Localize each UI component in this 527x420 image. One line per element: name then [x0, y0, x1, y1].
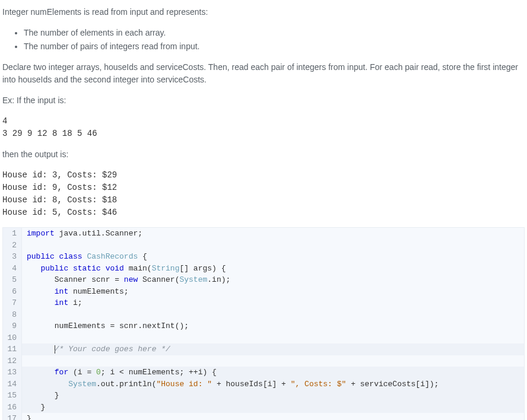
line-number: 6 [3, 286, 22, 298]
line-number: 5 [3, 274, 22, 286]
line-number: 13 [3, 367, 22, 378]
problem-description: Integer numElements is read from input a… [2, 6, 525, 219]
instructions-text: Declare two integer arrays, houseIds and… [2, 61, 525, 86]
line-code [22, 332, 27, 344]
code-line-active: 11 /* Your code goes here */ [3, 343, 524, 355]
line-code: System.out.println("House id: " + houseI… [22, 378, 439, 390]
line-number: 11 [3, 343, 22, 355]
code-line: 12 [3, 355, 524, 367]
code-line: 9 numElements = scnr.nextInt(); [3, 320, 524, 332]
line-code: for (i = 0; i < numElements; ++i) { [22, 367, 217, 378]
line-number: 12 [3, 355, 22, 367]
code-line: 15 } [3, 390, 524, 402]
line-number: 8 [3, 309, 22, 321]
code-line: 16 } [3, 402, 524, 413]
line-number: 17 [3, 413, 22, 420]
bullet-item: The number of elements in each array. [24, 27, 525, 39]
line-code: int numElements; [22, 286, 129, 298]
intro-text: Integer numElements is read from input a… [2, 6, 525, 18]
code-line: 10 [3, 332, 524, 344]
line-code: } [22, 390, 59, 402]
code-line: 2 [3, 240, 524, 252]
line-code: import java.util.Scanner; [22, 228, 142, 240]
line-number: 4 [3, 263, 22, 275]
line-code: } [22, 413, 31, 420]
code-line: 1 import java.util.Scanner; [3, 228, 524, 240]
line-code: /* Your code goes here */ [22, 343, 170, 355]
line-number: 3 [3, 251, 22, 263]
line-number: 15 [3, 390, 22, 402]
line-code: public class CashRecords { [22, 251, 147, 263]
example-output: House id: 3, Costs: $29 House id: 9, Cos… [2, 169, 525, 219]
code-line: 5 Scanner scnr = new Scanner(System.in); [3, 274, 524, 286]
line-code [22, 309, 27, 321]
line-number: 10 [3, 332, 22, 344]
line-code: numElements = scnr.nextInt(); [22, 320, 189, 332]
then-label: then the output is: [2, 148, 525, 161]
line-number: 16 [3, 402, 22, 413]
code-line: 3 public class CashRecords { [3, 251, 524, 263]
line-code: public static void main(String[] args) { [22, 263, 226, 275]
line-code [22, 240, 27, 252]
line-number: 7 [3, 297, 22, 309]
code-editor[interactable]: 1 import java.util.Scanner; 2 3 public c… [2, 227, 525, 420]
line-code: int i; [22, 297, 82, 309]
line-number: 14 [3, 378, 22, 390]
bullet-list: The number of elements in each array. Th… [24, 27, 525, 53]
code-line: 14 System.out.println("House id: " + hou… [3, 378, 524, 390]
line-number: 2 [3, 240, 22, 252]
example-label: Ex: If the input is: [2, 94, 525, 107]
code-line: 8 [3, 309, 524, 321]
code-line: 17 } [3, 413, 524, 420]
example-input: 4 3 29 9 12 8 18 5 46 [2, 115, 525, 140]
code-line: 6 int numElements; [3, 286, 524, 298]
line-code: Scanner scnr = new Scanner(System.in); [22, 274, 230, 286]
code-line: 4 public static void main(String[] args)… [3, 263, 524, 275]
code-line: 7 int i; [3, 297, 524, 309]
code-line: 13 for (i = 0; i < numElements; ++i) { [3, 367, 524, 378]
line-code [22, 355, 27, 367]
bullet-item: The number of pairs of integers read fro… [24, 40, 525, 53]
line-code: } [22, 402, 45, 413]
line-number: 9 [3, 320, 22, 332]
line-number: 1 [3, 228, 22, 240]
